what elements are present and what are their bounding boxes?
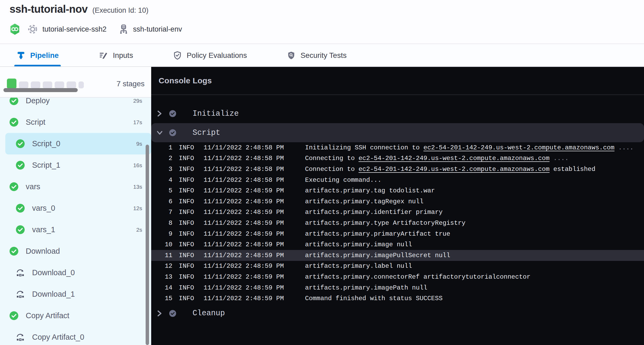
- service-gear-icon: [27, 24, 38, 35]
- stage-progress-header: 7 stages: [0, 67, 151, 98]
- log-line-10: 10INFO11/11/2022 2:48:59 PMartifacts.pri…: [151, 239, 644, 250]
- log-line-number: 7: [154, 209, 172, 216]
- log-text: artifacts.primary.tag todolist.war: [305, 187, 435, 194]
- log-text: artifacts.primary.primaryArtifact true: [305, 230, 450, 238]
- tab-label: Pipeline: [30, 51, 59, 60]
- log-line-6: 6INFO11/11/2022 2:48:59 PMartifacts.prim…: [151, 196, 644, 207]
- sidebar-item-download-1[interactable]: Download_1: [5, 283, 151, 305]
- stage-label: Download: [26, 247, 60, 256]
- log-line-11: 11INFO11/11/2022 2:48:59 PMartifacts.pri…: [151, 250, 644, 261]
- sidebar-item-script[interactable]: Script17s: [5, 111, 151, 133]
- stages-count: 7 stages: [116, 80, 145, 88]
- log-section-initialize[interactable]: Initialize: [151, 104, 644, 123]
- log-line-8: 8INFO11/11/2022 2:48:59 PMartifacts.prim…: [151, 218, 644, 228]
- success-check-icon: [16, 139, 25, 148]
- tab-pipeline[interactable]: Pipeline: [16, 45, 59, 66]
- stage-duration: 9s: [136, 141, 142, 147]
- stage-label: vars: [26, 182, 40, 191]
- log-line-3: 3INFO11/11/2022 2:48:58 PMConnection to …: [151, 164, 644, 175]
- log-line-number: 14: [154, 284, 172, 291]
- command-step-icon: [16, 290, 25, 299]
- tab-policy-evaluations[interactable]: Policy Evaluations: [173, 45, 247, 66]
- log-line-1: 1INFO11/11/2022 2:48:58 PMInitializing S…: [151, 142, 644, 153]
- log-section-cleanup[interactable]: Cleanup: [151, 304, 644, 323]
- console-body: InitializeScript1INFO11/11/2022 2:48:58 …: [151, 96, 644, 345]
- log-message: artifacts.primary.tag todolist.war: [305, 187, 435, 194]
- log-timestamp: 11/11/2022 2:48:59 PM: [204, 295, 284, 302]
- tab-security-tests[interactable]: Security Tests: [287, 45, 347, 66]
- chevron-right-icon[interactable]: [156, 310, 163, 317]
- log-message: Initializing SSH connection to ec2-54-20…: [305, 144, 634, 151]
- log-line-number: 8: [154, 219, 172, 227]
- success-check-icon: [16, 161, 25, 170]
- log-line-number: 5: [154, 187, 172, 194]
- progress-segment: [19, 81, 28, 88]
- sidebar-item-download[interactable]: Download: [5, 240, 151, 262]
- environment-name[interactable]: ssh-tutorial-env: [133, 25, 182, 33]
- log-line-number: 6: [154, 198, 172, 205]
- stage-label: Script_1: [32, 161, 60, 170]
- log-timestamp: 11/11/2022 2:48:59 PM: [204, 273, 284, 281]
- stage-duration: 12s: [133, 205, 142, 212]
- log-timestamp: 11/11/2022 2:48:59 PM: [204, 252, 284, 259]
- log-text: ....: [615, 144, 634, 151]
- log-level: INFO: [179, 144, 194, 151]
- command-step-icon: [16, 333, 25, 342]
- log-line-number: 11: [154, 252, 172, 259]
- sidebar-item-script-1[interactable]: Script_116s: [5, 154, 151, 176]
- log-link[interactable]: ec2-54-201-142-249.us-west-2.compute.ama…: [359, 155, 550, 162]
- sidebar-item-script-0[interactable]: Script_09s: [5, 133, 151, 154]
- stage-label: Copy Artifact: [26, 311, 69, 320]
- log-level: INFO: [179, 176, 194, 184]
- stage-progress-bar: [7, 79, 84, 89]
- log-line-13: 13INFO11/11/2022 2:48:59 PMartifacts.pri…: [151, 271, 644, 282]
- sidebar-item-copy-artifact-0[interactable]: Copy Artifact_0: [5, 326, 151, 345]
- log-line-number: 10: [154, 241, 172, 248]
- sidebar-item-vars-1[interactable]: vars_12s: [5, 219, 151, 240]
- log-timestamp: 11/11/2022 2:48:59 PM: [204, 262, 284, 270]
- tab-label: Inputs: [113, 51, 133, 60]
- progress-segment: [55, 81, 64, 88]
- log-line-12: 12INFO11/11/2022 2:48:59 PMartifacts.pri…: [151, 261, 644, 272]
- log-level: INFO: [179, 273, 194, 281]
- sidebar-item-download-0[interactable]: Download_0: [5, 262, 151, 283]
- log-timestamp: 11/11/2022 2:48:58 PM: [204, 155, 284, 162]
- log-section-script[interactable]: Script: [151, 123, 644, 142]
- log-level: INFO: [179, 230, 194, 238]
- log-link[interactable]: ec2-54-201-142-249.us-west-2.compute.ama…: [359, 166, 550, 173]
- service-name[interactable]: tutorial-service-ssh2: [42, 25, 107, 33]
- sidebar-item-vars-0[interactable]: vars_012s: [5, 197, 151, 219]
- log-message: artifacts.primary.tagRegex null: [305, 198, 423, 205]
- log-link[interactable]: ec2-54-201-142-249.us-west-2.compute.ama…: [424, 144, 615, 151]
- log-line-number: 1: [154, 144, 172, 151]
- log-text: artifacts.primary.imagePullSecret null: [305, 252, 450, 259]
- tab-label: Security Tests: [301, 51, 347, 60]
- log-timestamp: 11/11/2022 2:48:58 PM: [204, 144, 284, 151]
- sidebar-scrollbar[interactable]: [146, 145, 149, 345]
- log-message: artifacts.primary.image null: [305, 241, 412, 248]
- horizontal-scrollbar[interactable]: [3, 88, 78, 92]
- sidebar-item-vars[interactable]: vars13s: [5, 176, 151, 197]
- log-message: artifacts.primary.imagePath null: [305, 284, 427, 291]
- sidebar-item-copy-artifact[interactable]: Copy Artifact: [5, 305, 151, 326]
- log-level: INFO: [179, 262, 194, 270]
- chevron-down-icon[interactable]: [156, 130, 163, 136]
- stage-duration: 16s: [133, 162, 142, 169]
- log-text: artifacts.primary.connectorRef artifacto…: [305, 273, 530, 281]
- section-label: Script: [193, 128, 220, 137]
- log-line-number: 12: [154, 262, 172, 270]
- log-level: INFO: [179, 241, 194, 248]
- log-message: artifacts.primary.identifier primary: [305, 209, 442, 216]
- log-line-number: 9: [154, 230, 172, 238]
- log-line-14: 14INFO11/11/2022 2:48:59 PMartifacts.pri…: [151, 282, 644, 293]
- log-text: artifacts.primary.image null: [305, 241, 412, 248]
- log-text: Connection to: [305, 166, 359, 173]
- log-message: artifacts.primary.connectorRef artifacto…: [305, 273, 530, 281]
- stage-duration: 13s: [133, 184, 142, 190]
- tab-inputs[interactable]: Inputs: [98, 45, 133, 66]
- log-timestamp: 11/11/2022 2:48:59 PM: [204, 209, 284, 216]
- chevron-right-icon[interactable]: [156, 110, 163, 117]
- tab-label: Policy Evaluations: [187, 51, 247, 60]
- log-level: INFO: [179, 252, 194, 259]
- success-check-icon: [10, 118, 18, 127]
